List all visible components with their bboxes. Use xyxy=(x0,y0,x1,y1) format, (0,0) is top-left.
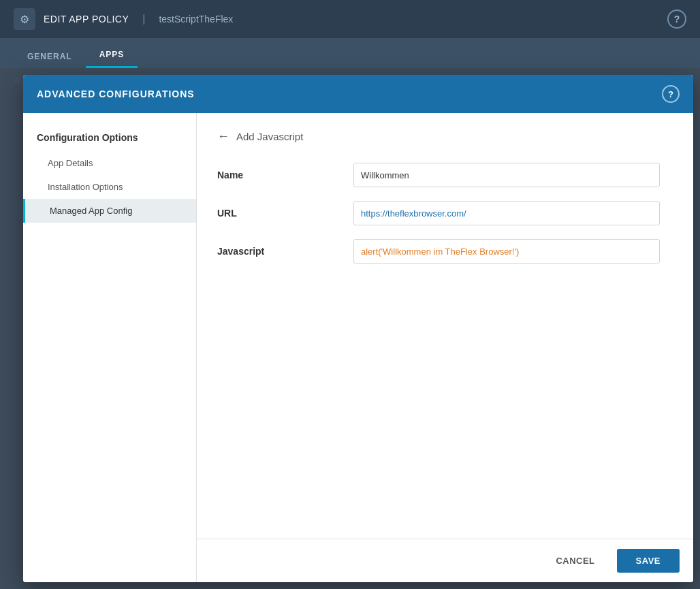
form-row-name: Name xyxy=(217,163,673,187)
content-area: ← Add Javascript Name URL Javascript xyxy=(197,113,693,539)
modal-header: ADVANCED CONFIGURATIONS ? xyxy=(23,75,693,113)
back-label: Add Javascript xyxy=(236,131,303,142)
top-bar-title: EDIT APP POLICY xyxy=(44,14,129,25)
form-row-url: URL xyxy=(217,201,673,225)
separator: | xyxy=(142,13,145,25)
modal: ADVANCED CONFIGURATIONS ? Configuration … xyxy=(23,75,693,582)
back-nav[interactable]: ← Add Javascript xyxy=(217,129,673,144)
modal-help-icon[interactable]: ? xyxy=(662,85,680,103)
top-bar-left: ⚙ EDIT APP POLICY | testScriptTheFlex xyxy=(14,8,233,30)
sidebar-section-title: Configuration Options xyxy=(23,127,196,151)
back-arrow-icon: ← xyxy=(217,129,229,144)
sidebar-item-installation-options[interactable]: Installation Options xyxy=(23,175,196,199)
cancel-button[interactable]: CANCEL xyxy=(542,549,608,573)
sidebar: Configuration Options App Details Instal… xyxy=(23,113,197,582)
app-icon: ⚙ xyxy=(14,8,35,30)
url-label: URL xyxy=(217,208,353,219)
url-input[interactable] xyxy=(353,201,660,225)
main-content: ← Add Javascript Name URL Javascript xyxy=(197,113,693,582)
javascript-label: Javascript xyxy=(217,246,353,257)
modal-title: ADVANCED CONFIGURATIONS xyxy=(37,89,195,99)
name-label: Name xyxy=(217,170,353,180)
modal-footer: CANCEL SAVE xyxy=(197,539,693,582)
name-input[interactable] xyxy=(353,163,660,187)
tab-general[interactable]: GENERAL xyxy=(14,45,86,68)
sidebar-item-app-details[interactable]: App Details xyxy=(23,151,196,175)
sidebar-item-managed-app-config[interactable]: Managed App Config xyxy=(23,199,196,223)
tab-bar: GENERAL APPS xyxy=(0,38,700,68)
top-bar: ⚙ EDIT APP POLICY | testScriptTheFlex ? xyxy=(0,0,700,38)
save-button[interactable]: SAVE xyxy=(617,549,680,573)
topbar-help-icon[interactable]: ? xyxy=(667,10,686,29)
tab-apps[interactable]: APPS xyxy=(86,43,138,68)
top-bar-subtitle: testScriptTheFlex xyxy=(159,14,233,25)
modal-body: Configuration Options App Details Instal… xyxy=(23,113,693,582)
javascript-input[interactable] xyxy=(353,239,660,264)
form-row-javascript: Javascript xyxy=(217,239,673,264)
